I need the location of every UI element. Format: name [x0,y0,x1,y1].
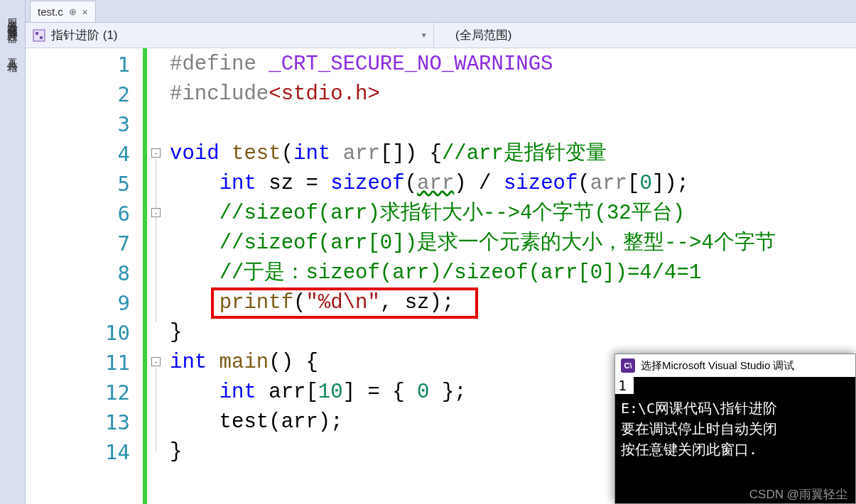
code-line: //sizeof(arr[0])是求一个元素的大小，整型-->4个字节 [167,229,856,258]
scope-left-label: 指针进阶 (1) [51,27,118,43]
code-line: //sizeof(arr)求指针大小-->4个字节(32平台) [167,199,856,229]
console-body: 1 E:\C网课代码\指针进阶 要在调试停止时自动关闭 按任意键关闭此窗口. [615,377,855,464]
sidebar-toolbox[interactable]: 工具箱 [6,45,19,60]
code-line: #include<stdio.h> [167,80,856,109]
scope-right-label: (全局范围) [455,27,511,43]
close-icon[interactable]: ✕ [82,6,88,17]
line-number: 12 [26,378,130,407]
line-number: 10 [26,318,130,348]
line-number: 1 [26,50,130,80]
debug-console-window[interactable]: C\ 选择Microsoft Visual Studio 调试 1 E:\C网课… [614,354,856,504]
fold-guide [156,368,156,451]
line-number: 5 [26,169,130,199]
line-number: 11 [26,348,130,378]
tab-strip: test.c ⊕ ✕ [26,0,856,23]
vs-icon: C\ [621,358,635,373]
svg-rect-1 [36,32,38,35]
navigation-bar: 指针进阶 (1) ▾ (全局范围) [26,23,856,48]
console-line: E:\C网课代码\指针进阶 [621,398,850,419]
svg-rect-2 [40,36,43,39]
tool-sidebar: 服务器资源管理器 工具箱 [0,0,26,504]
console-output: 1 [615,377,634,394]
code-line: #define _CRT_SECURE_NO_WARNINGS [167,50,856,80]
line-number: 7 [26,229,130,258]
code-line: } [167,318,856,348]
tab-filename: test.c [38,6,63,18]
code-line: printf("%d\n", sz); [167,288,856,318]
line-number: 3 [26,109,130,139]
console-titlebar[interactable]: C\ 选择Microsoft Visual Studio 调试 [615,354,855,377]
line-number: 13 [26,407,130,437]
code-line: void test(int arr[]) {//arr是指针变量 [167,139,856,169]
outline-column: - - - [147,48,167,504]
code-line [167,109,856,139]
fold-guide [156,159,156,322]
line-number: 6 [26,199,130,229]
project-icon [33,29,45,42]
console-line: 要在调试停止时自动关闭 [621,419,850,439]
scope-dropdown-left[interactable]: 指针进阶 (1) ▾ [26,23,434,48]
line-number-gutter: 1 2 3 4 5 6 7 8 9 10 11 12 13 14 [26,48,143,504]
line-number: 8 [26,258,130,288]
scope-dropdown-right[interactable]: (全局范围) [434,23,856,48]
line-number: 4 [26,139,130,169]
pin-icon[interactable]: ⊕ [69,6,77,17]
console-title: 选择Microsoft Visual Studio 调试 [641,359,794,373]
line-number: 9 [26,288,130,318]
file-tab-test-c[interactable]: test.c ⊕ ✕ [30,1,96,22]
fold-toggle-icon[interactable]: - [151,208,161,217]
sidebar-server-explorer[interactable]: 服务器资源管理器 [6,6,19,31]
line-number: 14 [26,437,130,467]
code-line: int sz = sizeof(arr) / sizeof(arr[0]); [167,169,856,199]
chevron-down-icon: ▾ [422,31,426,40]
fold-toggle-icon[interactable]: - [151,148,161,158]
line-number: 2 [26,80,130,109]
fold-toggle-icon[interactable]: - [151,357,161,366]
svg-rect-0 [33,30,45,41]
console-line: 按任意键关闭此窗口. [621,439,850,460]
code-line: //于是：sizeof(arr)/sizeof(arr[0])=4/4=1 [167,258,856,288]
